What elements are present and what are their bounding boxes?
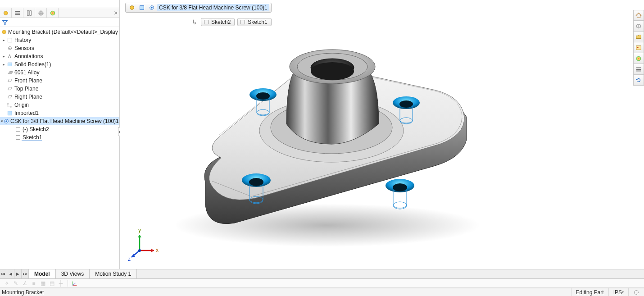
svg-point-48 — [393, 183, 407, 191]
image-icon[interactable] — [633, 42, 644, 53]
svg-marker-18 — [11, 106, 12, 108]
view-triad[interactable]: x y z — [126, 226, 162, 262]
axis-icon[interactable]: ┼ — [57, 280, 65, 287]
svg-rect-24 — [16, 136, 20, 140]
sketch-icon — [14, 134, 22, 141]
svg-point-42 — [399, 100, 413, 108]
svg-marker-51 — [151, 249, 154, 252]
svg-marker-53 — [138, 235, 141, 237]
graphics-viewport[interactable]: CSK for 3/8 Flat Head Machine Screw (100… — [120, 0, 644, 269]
svg-rect-23 — [16, 128, 20, 132]
svg-marker-63 — [636, 78, 637, 80]
imported-icon — [6, 110, 14, 116]
tree-horizontal-scrollbar[interactable] — [1, 263, 118, 269]
tree-item[interactable]: Imported1 — [0, 109, 119, 117]
tree-filter-row[interactable] — [0, 18, 119, 27]
hole-icon — [3, 118, 9, 124]
feature-tree[interactable]: Mounting Bracket (Default<<Default>_Disp… — [0, 27, 119, 263]
tree-item[interactable]: Origin — [0, 101, 119, 109]
panel-toolbar-overflow[interactable]: > — [112, 10, 119, 16]
tab-3d-views[interactable]: 3D Views — [56, 269, 90, 278]
panel-toolbar: > — [0, 8, 119, 18]
tree-item-label: History — [14, 37, 31, 43]
triad-toggle-icon[interactable] — [71, 280, 79, 287]
tree-item-label: Right Plane — [14, 94, 42, 100]
svg-point-59 — [636, 56, 641, 61]
svg-point-58 — [637, 46, 639, 48]
svg-rect-61 — [636, 69, 641, 70]
cube-icon[interactable] — [633, 21, 644, 32]
tree-item[interactable]: (-) Sketch2 — [0, 125, 119, 133]
list-icon[interactable] — [633, 64, 644, 75]
lines-icon[interactable]: ≡ — [30, 280, 38, 287]
origin-icon — [6, 102, 14, 108]
svg-text:A: A — [8, 54, 11, 59]
status-extra-icon[interactable] — [628, 288, 644, 296]
svg-rect-11 — [8, 38, 12, 42]
svg-point-56 — [138, 249, 141, 252]
annotations-icon: A — [6, 53, 14, 59]
grid2-icon[interactable]: ▤ — [48, 280, 56, 287]
appearance-icon[interactable] — [633, 53, 644, 64]
tree-item[interactable]: Top Plane — [0, 85, 119, 93]
tab-nav-last[interactable]: ⏭ — [22, 269, 29, 278]
grid-icon[interactable]: ▦ — [39, 280, 47, 287]
sensors-icon — [6, 45, 14, 51]
svg-point-45 — [249, 178, 263, 186]
angle-icon[interactable]: ∠ — [21, 280, 29, 287]
tree-item-label: Origin — [14, 102, 29, 108]
tree-twisty[interactable]: ▸ — [1, 54, 6, 59]
svg-point-67 — [635, 290, 639, 294]
tab-motion-study[interactable]: Motion Study 1 — [90, 269, 137, 278]
part-icon — [1, 29, 7, 35]
panel-header-blank — [0, 0, 119, 8]
tree-item[interactable]: ▾CSK for 3/8 Flat Head Machine Screw (10… — [0, 117, 119, 125]
list-icon[interactable] — [12, 8, 23, 18]
target-icon[interactable] — [35, 8, 47, 18]
document-tabs: ⏮ ◀ ▶ ⏭ Model 3D Views Motion Study 1 — [0, 269, 644, 279]
tree-item-label: Sensors — [14, 45, 34, 51]
wand-icon[interactable]: ✧ — [3, 280, 11, 287]
tree-item[interactable]: ▸AAnnotations — [0, 52, 119, 60]
tree-item-label: (-) Sketch2 — [22, 126, 49, 132]
funnel-icon — [2, 19, 8, 26]
sketch-mini-toolbar: ✧ ✎ ∠ ≡ ▦ ▤ ┼ — [0, 279, 644, 288]
reload-icon[interactable] — [633, 75, 644, 86]
tab-nav-first[interactable]: ⏮ — [0, 269, 7, 278]
tree-item[interactable]: ▸History — [0, 36, 119, 44]
svg-rect-15 — [8, 63, 12, 66]
csk-hole-4 — [385, 179, 414, 209]
tree-item[interactable]: Front Plane — [0, 77, 119, 85]
tree-item[interactable]: Right Plane — [0, 93, 119, 101]
tree-twisty[interactable]: ▸ — [1, 62, 6, 67]
svg-point-39 — [256, 92, 270, 100]
open-icon[interactable] — [633, 32, 644, 42]
tab-nav-next[interactable]: ▶ — [14, 269, 22, 278]
tree-item[interactable]: ▸Solid Bodies(1) — [0, 60, 119, 68]
pencil-icon[interactable]: ✎ — [12, 280, 20, 287]
tree-item-label: Annotations — [14, 53, 43, 59]
tab-nav-buttons: ⏮ ◀ ▶ ⏭ — [0, 269, 29, 278]
tree-item-label: 6061 Alloy — [14, 69, 39, 76]
tree-item[interactable]: 6061 Alloy — [0, 68, 119, 77]
tab-nav-prev[interactable]: ◀ — [7, 269, 14, 278]
status-units[interactable]: IPS — [608, 288, 628, 296]
svg-rect-5 — [29, 10, 31, 15]
appearance-icon[interactable] — [47, 8, 59, 18]
tree-twisty[interactable]: ▸ — [1, 38, 6, 42]
tree-item[interactable]: Sensors — [0, 44, 119, 52]
tree-item[interactable]: Sketch1 — [0, 133, 119, 141]
plane-icon — [6, 94, 14, 100]
tree-root[interactable]: Mounting Bracket (Default<<Default>_Disp… — [0, 28, 119, 36]
tab-model[interactable]: Model — [29, 269, 56, 278]
assembly-icon[interactable] — [0, 8, 12, 18]
svg-point-0 — [4, 11, 8, 15]
plane-icon — [6, 86, 14, 92]
measure-icon[interactable] — [23, 8, 35, 18]
svg-point-37 — [311, 62, 354, 80]
status-bar: Mounting Bracket Editing Part IPS — [0, 288, 644, 296]
home-icon[interactable] — [633, 10, 644, 21]
svg-rect-60 — [636, 67, 641, 68]
history-icon — [6, 37, 14, 43]
svg-rect-3 — [15, 14, 20, 15]
